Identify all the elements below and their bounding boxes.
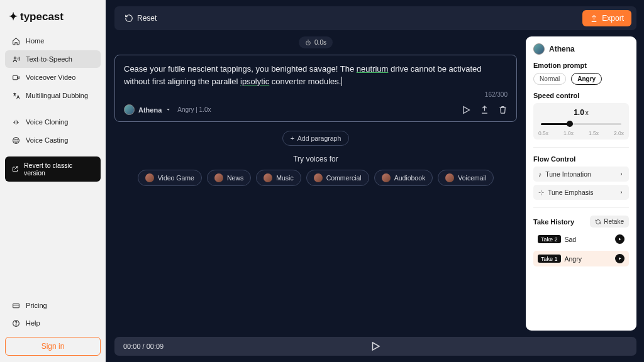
- pill-commercial[interactable]: Commercial: [306, 170, 369, 186]
- flow-section: Flow Control ♪Tune Intonation ⊹Tune Emph…: [533, 155, 629, 200]
- reset-label: Reset: [137, 14, 157, 23]
- retake-label: Retake: [604, 218, 624, 225]
- avatar-icon: [445, 173, 454, 182]
- take-row[interactable]: Take 2Sad: [533, 231, 629, 247]
- playback-time: 00:00 / 00:09: [123, 343, 164, 350]
- pill-news[interactable]: News: [207, 170, 251, 186]
- external-icon: [11, 165, 19, 173]
- nav-dubbing-label: Multilingual Dubbing: [26, 92, 88, 99]
- avatar-icon: [214, 173, 223, 182]
- try-voices-heading: Try voices for: [293, 155, 338, 163]
- speed-control[interactable]: 1.0x 0.5x 1.0x 1.5x 2.0x: [533, 103, 629, 140]
- add-paragraph-label: Add paragraph: [297, 134, 341, 142]
- sidebar: ✦ typecast Home Text-to-Speech Voiceover…: [0, 0, 106, 362]
- revert-classic-button[interactable]: Revert to classic version: [5, 156, 101, 182]
- svg-rect-5: [13, 304, 19, 308]
- emotion-normal[interactable]: Normal: [533, 73, 566, 85]
- chevron-right-icon: [619, 172, 624, 177]
- svg-point-3: [14, 139, 15, 140]
- pill-audiobook[interactable]: Audiobook: [374, 170, 433, 186]
- nav-cloning-label: Voice Cloning: [26, 118, 68, 126]
- main-area: Reset Export 0.0s Cease your futile nesc…: [106, 0, 644, 362]
- trash-icon[interactable]: [498, 105, 508, 115]
- nav-voiceover[interactable]: Voiceover Video: [5, 69, 101, 86]
- nav-cloning[interactable]: Voice Cloning: [5, 113, 101, 131]
- revert-label: Revert to classic version: [24, 162, 94, 177]
- emotion-angry[interactable]: Angry: [571, 73, 602, 85]
- nav-pricing-label: Pricing: [26, 302, 47, 309]
- voice-category-pills: Video Game News Music Commercial Audiobo…: [138, 170, 494, 186]
- svg-point-4: [16, 139, 17, 140]
- play-icon[interactable]: [461, 105, 471, 115]
- paragraph-card[interactable]: Cease your futile nescient tappings, you…: [114, 55, 517, 122]
- flow-emphasis[interactable]: ⊹Tune Emphasis: [533, 185, 629, 200]
- brand-name: typecast: [20, 11, 64, 23]
- voice-avatar: [124, 104, 135, 115]
- take-label: Angry: [565, 255, 582, 263]
- export-label: Export: [602, 14, 624, 23]
- clock-icon: [305, 40, 311, 46]
- speed-value: 1.0: [574, 108, 584, 117]
- duration-pill[interactable]: 0.0s: [299, 36, 333, 48]
- slider-thumb[interactable]: [567, 121, 573, 127]
- duration-value: 0.0s: [314, 39, 326, 46]
- nav-help-label: Help: [26, 319, 40, 327]
- avatar-icon: [314, 173, 323, 182]
- voice-name: Athena: [138, 106, 162, 114]
- nav-casting[interactable]: Voice Casting: [5, 131, 101, 149]
- translate-icon: [11, 91, 20, 100]
- nav-voiceover-label: Voiceover Video: [26, 74, 75, 81]
- card-icon: [11, 301, 20, 310]
- voice-selector[interactable]: Athena Angry | 1.0x: [124, 104, 211, 115]
- help-icon: [11, 319, 20, 327]
- workspace: 0.0s Cease your futile nescient tappings…: [114, 36, 636, 331]
- voice-meta: Angry | 1.0x: [177, 106, 211, 113]
- upload-icon[interactable]: [480, 105, 489, 115]
- speed-suffix: x: [586, 109, 589, 116]
- svg-point-2: [13, 137, 19, 143]
- retake-button[interactable]: Retake: [590, 216, 629, 228]
- inspector-voice-header: Athena: [533, 43, 629, 55]
- flow-intonation[interactable]: ♪Tune Intonation: [533, 167, 629, 182]
- play-button[interactable]: [370, 341, 381, 352]
- take-badge: Take 2: [538, 235, 561, 243]
- pill-music[interactable]: Music: [256, 170, 301, 186]
- avatar-icon: [264, 173, 272, 182]
- logo-mark-icon: ✦: [9, 10, 18, 23]
- export-button[interactable]: Export: [582, 10, 631, 26]
- take-row[interactable]: Take 1Angry: [533, 251, 629, 266]
- pill-voicemail[interactable]: Voicemail: [438, 170, 494, 186]
- chevron-right-icon: [619, 190, 624, 195]
- take-history-title: Take History: [533, 218, 574, 226]
- take-play-button[interactable]: [615, 254, 625, 263]
- speed-labels: 0.5x 1.0x 1.5x 2.0x: [538, 130, 624, 136]
- inspector-panel: Athena Emotion prompt Normal Angry Speed…: [526, 36, 636, 331]
- paragraph-text[interactable]: Cease your futile nescient tappings, you…: [124, 63, 508, 87]
- take-play-button[interactable]: [615, 234, 625, 244]
- note-icon: ♪: [538, 170, 541, 178]
- reset-button[interactable]: Reset: [119, 11, 162, 25]
- nav-help[interactable]: Help: [5, 314, 101, 332]
- avatar-icon: [145, 173, 154, 182]
- signin-label: Sign in: [42, 342, 65, 351]
- emotion-section: Emotion prompt Normal Angry: [533, 62, 629, 85]
- nav-home-label: Home: [26, 37, 44, 45]
- wave-icon: ⊹: [538, 189, 544, 196]
- speed-slider[interactable]: [538, 118, 624, 129]
- tts-icon: [11, 55, 20, 63]
- primary-nav: Home Text-to-Speech Voiceover Video Mult…: [5, 32, 101, 149]
- nav-home[interactable]: Home: [5, 32, 101, 50]
- add-paragraph-button[interactable]: + Add paragraph: [282, 131, 350, 146]
- nav-tts[interactable]: Text-to-Speech: [5, 50, 101, 68]
- speed-section: Speed control 1.0x 0.5x 1.0x 1.5x 2.0x: [533, 92, 629, 140]
- home-icon: [11, 36, 20, 45]
- voice-avatar: [533, 43, 545, 55]
- nav-pricing[interactable]: Pricing: [5, 297, 101, 314]
- nav-casting-label: Voice Casting: [26, 136, 68, 144]
- signin-button[interactable]: Sign in: [5, 337, 101, 356]
- avatar-icon: [382, 173, 391, 182]
- pill-video-game[interactable]: Video Game: [138, 170, 202, 186]
- card-footer: Athena Angry | 1.0x: [124, 104, 508, 115]
- svg-point-7: [16, 324, 16, 325]
- nav-dubbing[interactable]: Multilingual Dubbing: [5, 87, 101, 104]
